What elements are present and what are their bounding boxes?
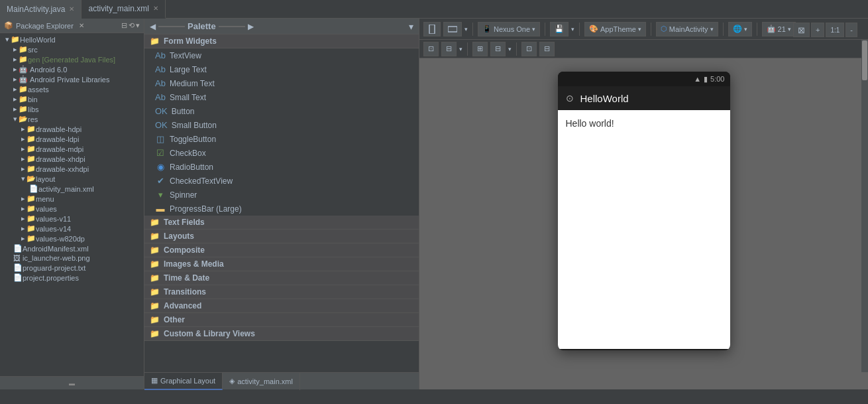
palette-item-largetext[interactable]: Ab Large Text [144,62,419,76]
tree-item-drawable-xhdpi[interactable]: ▸ 📁 drawable-xhdpi [0,154,144,164]
activity-xml-icon: 📄 [29,184,38,193]
palette-left-arrow[interactable]: ◀ [150,22,156,31]
tree-item-src[interactable]: ▸ 📁 src [0,44,144,54]
palette-item-textview[interactable]: Ab TextView [144,48,419,62]
tree-item-assets[interactable]: ▸ 📁 assets [0,84,144,94]
tree-item-project-properties[interactable]: 📄 project.properties [0,273,144,283]
api-level-btn[interactable]: 🤖 21 ▾ [762,22,796,36]
tree-item-values[interactable]: ▸ 📁 values [0,204,144,214]
activity-label: MainActivity [669,25,708,33]
palette-item-progressbar[interactable]: ▬ ProgressBar (Large) [144,202,419,216]
close-tab-main-java[interactable]: ✕ [69,5,74,13]
palette-section-time-date[interactable]: 📁 Time & Date [144,271,419,285]
palette-item-radiobutton[interactable]: ◉ RadioButton [144,160,419,174]
layout-modes-btn[interactable]: ⊡ [521,42,537,56]
snap-grid-btn[interactable]: ⊞ [472,42,488,56]
palette-section-other[interactable]: 📁 Other [144,313,419,327]
helloworld-label: HelloWorld [20,36,56,44]
other-folder-icon: 📁 [150,315,160,324]
panel-scroll-indicator: ▬ [69,380,75,387]
tree-item-menu[interactable]: ▸ 📁 menu [0,194,144,204]
palette-section-form-widgets[interactable]: 📁 Form Widgets [144,34,419,48]
drawable-xxhdpi-icon: 📁 [27,165,36,173]
rotate-landscape-btn[interactable] [443,22,462,36]
package-explorer-title: Package Explorer [16,22,74,30]
zoom-100-btn[interactable]: 1:1 [826,23,844,37]
tab-xml-source[interactable]: ◈ activity_main.xml [223,373,300,390]
signal-icon: ▮ [704,75,708,84]
toggle-rendering-btn[interactable]: ⊡ [423,42,439,56]
package-explorer-close[interactable]: ✕ [79,22,84,29]
tree-item-helloworld[interactable]: ▾ 📁 HelloWorld [0,34,144,44]
tree-item-res[interactable]: ▾ 📂 res [0,114,144,124]
tree-item-layout[interactable]: ▾ 📂 layout [0,174,144,184]
palette-section-advanced[interactable]: 📁 Advanced [144,299,419,313]
tree-item-drawable-hdpi[interactable]: ▸ 📁 drawable-hdpi [0,124,144,134]
theme-selector-btn[interactable]: 🎨 AppTheme ▾ [584,22,646,36]
spinner-icon: ▾ [155,190,166,200]
palette-item-mediumtext[interactable]: Ab Medium Text [144,76,419,90]
outline-dropdown[interactable]: ▾ [459,46,462,52]
device-name-label: Nexus One [494,25,530,33]
tab-main-java[interactable]: MainActivity.java ✕ [0,0,81,19]
toolbar-chevron-rotate[interactable]: ▾ [464,26,468,33]
save-state-dropdown[interactable]: ▾ [571,26,574,33]
tree-item-libs[interactable]: ▸ 📁 libs [0,104,144,114]
tree-item-values-v14[interactable]: ▸ 📁 values-v14 [0,224,144,234]
tab-graphical-layout[interactable]: ▦ Graphical Layout [144,373,223,390]
smalltext-icon: Ab [155,92,166,102]
tree-item-launcher-png[interactable]: 🖼 ic_launcher-web.png [0,253,144,263]
proguard-label: proguard-project.txt [23,264,85,272]
zoom-out-btn[interactable]: - [845,23,857,37]
rotate-portrait-btn[interactable] [423,22,441,36]
palette-section-text-fields[interactable]: 📁 Text Fields [144,216,419,230]
tree-item-drawable-xxhdpi[interactable]: ▸ 📁 drawable-xxhdpi [0,164,144,174]
palette-item-togglebutton[interactable]: ◫ ToggleButton [144,132,419,146]
palette-item-checkedtextview[interactable]: ✔ CheckedTextView [144,174,419,188]
grid-dropdown[interactable]: ▾ [508,46,512,52]
locale-btn[interactable]: 🌐 ▾ [728,22,752,36]
palette-right-arrow[interactable]: ▶ [248,22,254,31]
tree-item-values-w820dp[interactable]: ▸ 📁 values-w820dp [0,234,144,243]
tree-item-manifest[interactable]: 📄 AndroidManifest.xml [0,243,144,253]
collapse-all-icon[interactable]: ⊟ [121,21,127,30]
activity-selector-btn[interactable]: ⬡ MainActivity ▾ [656,22,718,36]
zoom-fit-btn[interactable]: ⊠ [793,23,810,37]
tree-item-activity-main-xml[interactable]: 📄 activity_main.xml [0,184,144,194]
tree-item-proguard[interactable]: 📄 proguard-project.txt [0,263,144,273]
palette-item-smalltext[interactable]: Ab Small Text [144,90,419,104]
palette-section-custom-library[interactable]: 📁 Custom & Library Views [144,327,419,341]
palette-item-checkbox[interactable]: ☑ CheckBox [144,146,419,160]
close-tab-activity-xml[interactable]: ✕ [153,5,158,12]
palette-section-images-media[interactable]: 📁 Images & Media [144,257,419,271]
time-date-folder-icon: 📁 [150,273,160,283]
separator-1 [472,23,473,36]
link-with-editor-icon[interactable]: ⟲ [129,21,135,30]
tree-item-android60[interactable]: ▸ 🤖 Android 6.0 [0,64,144,74]
palette-item-spinner[interactable]: ▾ Spinner [144,188,419,202]
scrollbar-thumb[interactable] [862,40,867,80]
custom-library-label: Custom & Library Views [164,329,255,338]
zoom-in-btn[interactable]: + [811,23,824,37]
palette-item-button[interactable]: OK Button [144,104,419,118]
tab-activity-xml[interactable]: activity_main.xml ✕ [81,0,165,19]
show-outline-btn[interactable]: ⊟ [441,42,457,56]
view-menu-icon[interactable]: ▾ [136,21,140,30]
tree-item-bin[interactable]: ▸ 📁 bin [0,94,144,104]
tree-item-drawable-mdpi[interactable]: ▸ 📁 drawable-mdpi [0,144,144,154]
save-state-btn[interactable]: 💾 [550,22,569,36]
tree-item-gen[interactable]: ▸ 📁 gen [Generated Java Files] [0,54,144,64]
palette-section-layouts[interactable]: 📁 Layouts [144,230,419,243]
edit-margins-btn[interactable]: ⊟ [539,42,555,56]
show-grid-btn[interactable]: ⊟ [490,42,506,56]
palette-item-smallbutton[interactable]: OK Small Button [144,118,419,132]
tree-item-android-private[interactable]: ▸ 🤖 Android Private Libraries [0,74,144,84]
tree-item-values-v11[interactable]: ▸ 📁 values-v11 [0,214,144,224]
palette-section-transitions[interactable]: 📁 Transitions [144,285,419,299]
preview-scrollbar[interactable] [861,40,868,372]
assets-chevron: ▸ [13,85,17,94]
palette-section-composite[interactable]: 📁 Composite [144,243,419,257]
tree-item-drawable-ldpi[interactable]: ▸ 📁 drawable-ldpi [0,134,144,144]
palette-dropdown-btn[interactable]: ▾ [409,21,413,32]
device-selector-btn[interactable]: 📱 Nexus One ▾ [478,22,540,36]
